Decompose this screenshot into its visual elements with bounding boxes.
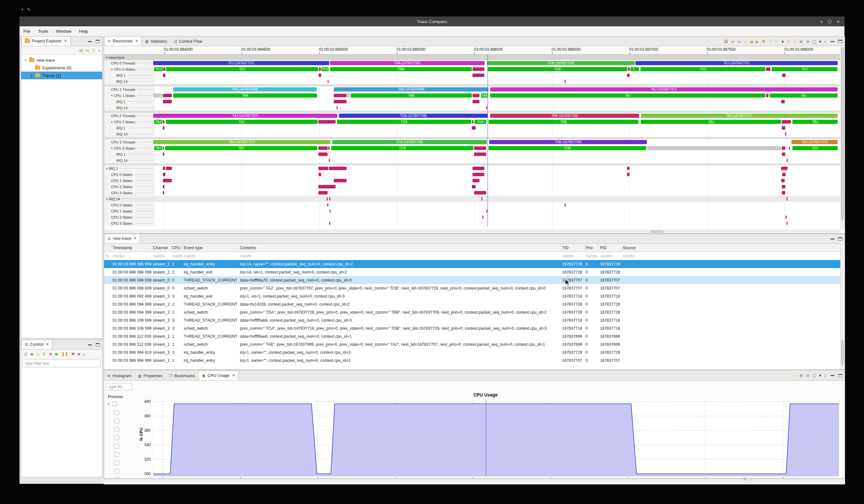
timeline-row[interactable]: CPU 3 ThreadsTBJ (167837717)TCA (1678377…: [104, 139, 841, 145]
state-bar[interactable]: [472, 74, 484, 77]
tab-histogram[interactable]: ılılHistogram: [104, 371, 135, 380]
column-header-contents[interactable]: Contents: [239, 244, 561, 252]
state-bar[interactable]: [318, 191, 328, 195]
timeline-row-chart[interactable]: [155, 125, 841, 131]
state-bar[interactable]: [163, 94, 172, 97]
filter-input-pid[interactable]: <srch>: [599, 254, 622, 258]
timeline-row-name[interactable]: IRQ 14: [104, 78, 155, 84]
view-menu-icon[interactable]: ⁝⁝: [824, 39, 826, 44]
event-row[interactable]: 01:00:03.986 088 839stream_00sched_switc…: [104, 284, 845, 292]
event-row[interactable]: 01:00:03.986 088 839stream_00THREAD_STAC…: [104, 276, 845, 284]
bookmark-menu-icon[interactable]: ▾: [782, 39, 784, 44]
timeline-row[interactable]: CPU 0 ThreadsTCJ (167837727)TBA (1678377…: [104, 60, 841, 66]
next-bookmark-icon[interactable]: ⚐: [775, 39, 779, 44]
state-bar[interactable]: [781, 167, 788, 170]
maximize-view-icon[interactable]: [96, 40, 99, 43]
start-icon[interactable]: ▶: [55, 352, 58, 356]
state-bar[interactable]: [782, 120, 791, 124]
down-icon[interactable]: ⇩: [793, 39, 796, 44]
timeline-row-name[interactable]: IRQ 1: [104, 72, 155, 78]
timeline-row-name[interactable]: IRQ 14: [104, 105, 155, 111]
close-icon[interactable]: ✕: [64, 39, 67, 43]
delete-icon[interactable]: ⊗: [49, 352, 52, 356]
state-bar[interactable]: [782, 74, 785, 77]
state-bar[interactable]: [472, 173, 484, 176]
timeline-row-name[interactable]: IRQ 1: [104, 99, 155, 105]
column-header-timestamp[interactable]: Timestamp: [111, 244, 152, 252]
close-icon[interactable]: ✕: [46, 342, 49, 346]
timeline-row-name[interactable]: CPU 3 Threads: [104, 139, 155, 145]
state-bar[interactable]: [787, 159, 788, 162]
zoom-out-icon[interactable]: ⊖: [806, 39, 809, 44]
control-filter-input[interactable]: type filter text: [23, 359, 101, 367]
timeline-row[interactable]: CPU 0 States: [104, 202, 841, 208]
state-bar[interactable]: [472, 126, 476, 130]
timeline-row-name[interactable]: CPU 3 States: [104, 220, 155, 226]
state-bar[interactable]: TCA (167837718): [332, 140, 487, 144]
state-bar[interactable]: TAJ: [770, 94, 838, 98]
tab-control[interactable]: ⊞ Control ✕: [21, 340, 52, 349]
state-bar[interactable]: [787, 221, 788, 225]
timeline-row-chart[interactable]: TBJTBJTCATDBTDJ: [155, 145, 841, 151]
timeline-row-chart[interactable]: TBJ (167837717)TCA (167837718)TDB (16783…: [155, 139, 841, 145]
state-bar[interactable]: [782, 185, 785, 188]
chevron-icon[interactable]: ❯: [29, 74, 33, 77]
next-marker-icon[interactable]: ▶: [756, 39, 759, 44]
edit-status-icon[interactable]: ✎: [743, 476, 747, 482]
state-bar[interactable]: [334, 94, 347, 97]
state-bar[interactable]: [782, 173, 785, 176]
timeline-row-name[interactable]: IRQ 14: [104, 157, 155, 163]
state-bar[interactable]: [781, 100, 785, 103]
maximize-view-icon[interactable]: [838, 237, 842, 241]
view-menu-icon[interactable]: ⁝⁝: [98, 48, 99, 53]
process-checkbox[interactable]: [115, 410, 119, 415]
timeline-row[interactable]: IRQ 14: [104, 105, 841, 111]
timeline-row-chart[interactable]: [155, 196, 841, 202]
timeline-row[interactable]: ▾CPU 1 StatesTAATABTABTAJTAJ: [104, 93, 841, 99]
state-bar[interactable]: TCJ: [154, 67, 163, 71]
minimize-view-icon[interactable]: [88, 41, 92, 42]
timeline-row-name[interactable]: CPU 1 Threads: [104, 86, 155, 93]
tab-control-flow[interactable]: ⇶Control Flow: [170, 37, 206, 46]
state-bar[interactable]: [329, 159, 330, 162]
event-row[interactable]: 01:00:03.986 106 599stream_33sched_switc…: [104, 324, 845, 332]
tab-resources[interactable]: ≋Resources✕: [104, 36, 142, 46]
timeline-row-name[interactable]: ▾new-trace: [104, 54, 155, 60]
state-bar[interactable]: [472, 67, 484, 71]
event-row[interactable]: 01:00:03.986 994 819stream_33irq_handler…: [104, 348, 845, 356]
filter-input-channel[interactable]: <srch>: [152, 254, 171, 258]
timeline-row[interactable]: CPU 1 States: [104, 208, 841, 214]
state-bar[interactable]: TAJ: [490, 94, 765, 98]
state-bar[interactable]: TCA: [331, 146, 473, 150]
new-view-icon[interactable]: ▢: [812, 39, 816, 44]
state-bar[interactable]: TCB: [488, 67, 627, 71]
timeline-row-chart[interactable]: TAJ (167837707)TDA (167837728)TBB (16783…: [155, 113, 841, 119]
timeline-row[interactable]: ▾CPU 2 StatesTAJTAJTDATDATBBTBJTBJ: [104, 119, 841, 125]
process-checkbox[interactable]: [115, 444, 119, 448]
state-bar[interactable]: [789, 146, 790, 150]
state-bar[interactable]: TBJ (167837717): [641, 114, 838, 118]
timeline-row[interactable]: CPU 3 States: [104, 190, 841, 196]
state-bar[interactable]: [782, 146, 785, 150]
state-bar[interactable]: TDA: [337, 120, 471, 124]
chevron-icon[interactable]: ∨: [107, 402, 110, 405]
cpu-usage-plot[interactable]: [153, 399, 839, 476]
state-bar[interactable]: [337, 106, 338, 109]
state-bar[interactable]: [318, 120, 336, 124]
drag-handle-icon[interactable]: ⁞: [751, 477, 752, 481]
state-bar[interactable]: [627, 173, 629, 176]
state-bar[interactable]: [163, 152, 164, 156]
close-icon[interactable]: ✕: [135, 39, 138, 43]
timeline-row-chart[interactable]: [155, 177, 841, 184]
timeline-vscrollbar[interactable]: [840, 46, 845, 230]
state-bar[interactable]: TAA (167837698): [173, 87, 317, 91]
scrollbar-thumb[interactable]: [841, 47, 844, 221]
new-connection-icon[interactable]: ◎: [24, 352, 27, 356]
state-bar[interactable]: [163, 179, 172, 182]
state-bar[interactable]: [486, 209, 487, 213]
timeline-row-chart[interactable]: [155, 105, 841, 111]
state-bar[interactable]: [329, 209, 331, 213]
hide-empty-rows-icon[interactable]: ☒: [724, 39, 728, 44]
timeline-row[interactable]: ▾CPU 3 StatesTBJTBJTCATDBTDJ: [104, 145, 841, 151]
state-bar[interactable]: [163, 146, 164, 150]
